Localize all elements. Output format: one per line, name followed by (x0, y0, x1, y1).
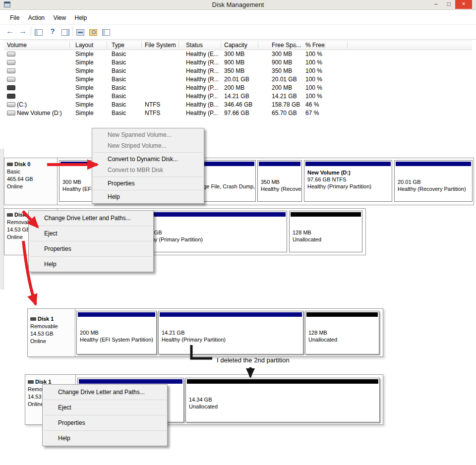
menu-item-eject[interactable]: Eject (29, 227, 153, 240)
disk-size: 465.64 GB (7, 175, 57, 183)
menu-action[interactable]: Action (28, 12, 45, 24)
disk1-unallocated[interactable]: 14.34 GB Unallocated (185, 378, 380, 422)
column-header-capacity[interactable]: Capacity (224, 41, 247, 50)
rescan-disks-icon[interactable] (87, 25, 99, 37)
column-divider[interactable] (221, 42, 221, 49)
cell-file-system: NTFS (145, 109, 160, 117)
action-pane-icon[interactable] (60, 25, 71, 37)
cell-layout: Simple (75, 50, 94, 58)
column-header-pct-free[interactable]: % Free (305, 41, 325, 50)
minimize-button[interactable]: – (429, 0, 442, 9)
cell-pct-free: 100 % (305, 92, 322, 101)
column-header-status[interactable]: Status (186, 41, 203, 50)
volume-row[interactable]: (C:) Simple Basic NTFS Healthy (B... 346… (4, 101, 472, 109)
disk0-partition-recovery-20gb[interactable]: 20.01 GB Healthy (Recovery Partition) (394, 160, 473, 202)
refresh-icon[interactable] (74, 25, 86, 37)
cell-pct-free: 100 % (305, 84, 322, 92)
menu-item-convert-to-mbr-disk: Convert to MBR Disk (92, 165, 204, 175)
partition-status: Healthy (Primary Partition) (307, 183, 371, 189)
cell-layout: Simple (75, 58, 94, 67)
column-divider[interactable] (295, 42, 296, 49)
disk1-partition-efi[interactable]: 200 MB Healthy (EFI System Partition) (76, 311, 157, 354)
forward-icon[interactable]: → (17, 25, 29, 37)
column-divider[interactable] (258, 42, 258, 49)
disk1-partition-primary[interactable]: 14.21 GB Healthy (Primary Partition) (135, 211, 287, 252)
disk0-header-panel[interactable]: Disk 0 Basic 465.64 GB Online (4, 158, 58, 205)
disk1-header-panel[interactable]: Disk 1 Removable 14.53 GB Online (28, 309, 75, 356)
column-header-volume[interactable]: Volume (7, 41, 27, 50)
menu-file[interactable]: File (10, 12, 19, 24)
cell-type: Basic (112, 50, 126, 58)
disk0-partition-recovery-350mb[interactable]: 350 MB Healthy (Recovery Partition) (257, 160, 302, 202)
cell-layout: Simple (75, 75, 94, 84)
menu-item-change-drive-letter[interactable]: Change Drive Letter and Paths... (29, 212, 153, 225)
volume-row[interactable]: Simple Basic Healthy (R... 20.01 GB 20.0… (4, 75, 472, 84)
menu-item-new-striped-volume: New Striped Volume... (92, 140, 204, 151)
volume-context-menu: Change Drive Letter and Paths... Eject P… (28, 210, 154, 272)
column-divider[interactable] (107, 42, 107, 49)
menu-item-help[interactable]: Help (29, 258, 153, 271)
menu-view[interactable]: View (53, 12, 66, 24)
column-divider[interactable] (347, 42, 348, 49)
menu-item-help[interactable]: Help (92, 191, 204, 202)
partition-status: Unallocated (189, 404, 218, 409)
disk-type: Removable (30, 323, 75, 330)
volume-row[interactable]: Simple Basic Healthy (E... 300 MB 300 MB… (4, 50, 472, 58)
volume-row[interactable]: Simple Basic Healthy (R... 900 MB 900 MB… (4, 58, 472, 67)
column-divider[interactable] (69, 42, 70, 49)
volume-row[interactable]: Simple Basic Healthy (P... 14.21 GB 14.2… (4, 92, 472, 101)
cell-capacity: 300 MB (224, 50, 244, 58)
partition-status: Unallocated (308, 337, 337, 343)
disk1-unallocated[interactable]: 128 MB Unallocated (289, 211, 362, 252)
menu-item-help[interactable]: Help (43, 432, 167, 445)
partition-name: New Volume (D:) (307, 170, 351, 175)
partition-size: 128 MB (308, 330, 327, 336)
column-header-file-system[interactable]: File System (145, 41, 176, 50)
cell-capacity: 346.46 GB (224, 101, 252, 109)
column-header-type[interactable]: Type (112, 41, 124, 50)
volume-row[interactable]: Simple Basic Healthy (R... 350 MB 350 MB… (4, 67, 472, 75)
column-header-layout[interactable]: Layout (75, 41, 93, 50)
disk1-before-panel: Disk 1 Removable 14.53 GB Online 200 MB … (27, 308, 383, 357)
disk1-partition-primary[interactable]: 14.21 GB Healthy (Primary Partition) (158, 311, 303, 354)
volume-icon (7, 111, 15, 116)
disk1-unallocated[interactable]: 128 MB Unallocated (305, 311, 379, 354)
menu-item-properties[interactable]: Properties (92, 178, 204, 189)
partition-color-bar (259, 162, 300, 166)
column-divider[interactable] (141, 42, 142, 49)
cell-volume: New Volume (D:) (17, 109, 62, 117)
volume-row[interactable]: New Volume (D:) Simple Basic NTFS Health… (4, 109, 472, 117)
volume-icon (7, 68, 15, 73)
maximize-button[interactable]: □ (442, 0, 455, 9)
menu-item-convert-to-dynamic-disk[interactable]: Convert to Dynamic Disk... (92, 154, 204, 165)
partition-size: 97.66 GB NTFS (307, 176, 346, 182)
menu-bar: File Action View Help (0, 12, 476, 25)
menu-separator (93, 176, 203, 177)
disk0-partition-efi[interactable]: 300 MB Healthy (EFI System Partition) (59, 160, 93, 202)
properties-icon[interactable] (100, 25, 112, 37)
disk-type: Basic (7, 168, 57, 175)
help-icon[interactable]: ? (47, 25, 59, 37)
column-divider[interactable] (178, 42, 179, 49)
menu-item-properties[interactable]: Properties (29, 242, 153, 255)
cell-free-space: 300 MB (272, 50, 292, 58)
column-divider[interactable] (325, 42, 325, 49)
menu-item-eject[interactable]: Eject (43, 401, 167, 414)
close-button[interactable]: × (455, 0, 472, 9)
back-icon[interactable]: ← (4, 25, 16, 37)
disk0-partition-new-volume-d[interactable]: New Volume (D:) 97.66 GB NTFS Healthy (P… (304, 160, 392, 202)
menu-separator (44, 430, 166, 431)
menu-help[interactable]: Help (75, 12, 87, 24)
disk-name-row: Disk 1 (30, 316, 75, 322)
partition-size: 300 MB (62, 179, 81, 185)
cell-volume: (C:) (17, 101, 27, 109)
menu-item-change-drive-letter[interactable]: Change Drive Letter and Paths... (43, 386, 167, 399)
partition-size: 200 MB (80, 330, 99, 336)
menu-item-properties[interactable]: Properties (43, 416, 167, 429)
partition-color-bar (78, 312, 155, 317)
column-header-free-space[interactable]: Free Spa... (272, 41, 301, 50)
console-tree-icon[interactable] (33, 25, 45, 37)
cell-layout: Simple (75, 109, 94, 117)
partition-status: Healthy (Recovery Partition) (398, 186, 466, 192)
volume-row[interactable]: Simple Basic Healthy (P... 200 MB 200 MB… (4, 84, 472, 92)
